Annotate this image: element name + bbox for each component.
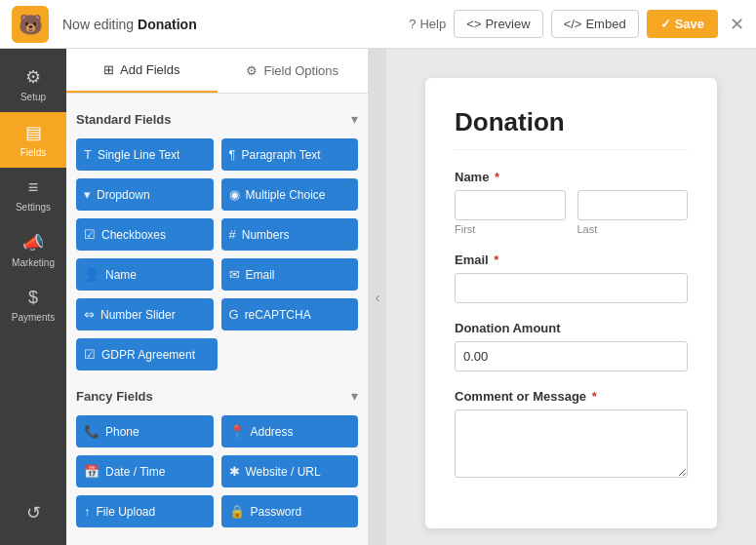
tab-field-options[interactable]: ⚙ Field Options bbox=[218, 49, 369, 93]
email-icon: ✉ bbox=[229, 267, 240, 282]
check-icon: ✓ bbox=[660, 17, 671, 31]
standard-fields-title: Standard Fields bbox=[76, 112, 172, 127]
fields-icon: ▤ bbox=[25, 122, 42, 143]
form-field-comment: Comment or Message * bbox=[455, 389, 688, 482]
add-fields-icon: ⊞ bbox=[103, 62, 114, 77]
history-icon: ↺ bbox=[26, 502, 41, 524]
setup-icon: ⚙ bbox=[25, 66, 41, 88]
email-label: Email * bbox=[455, 253, 688, 267]
field-btn-password[interactable]: 🔒 Password bbox=[221, 495, 359, 527]
panel-tabs: ⊞ Add Fields ⚙ Field Options bbox=[66, 49, 368, 94]
single-line-icon: T bbox=[84, 147, 92, 162]
fancy-fields-section-header: Fancy Fields ▾ bbox=[76, 388, 358, 404]
top-bar-actions: ? Help <> Preview </> Embed ✓ Save ✕ bbox=[409, 10, 744, 38]
settings-icon: ≡ bbox=[28, 177, 39, 198]
embed-button[interactable]: </> Embed bbox=[551, 10, 639, 38]
sidebar-item-setup[interactable]: ⚙ Setup bbox=[0, 57, 66, 112]
logo-icon: 🐻 bbox=[12, 6, 49, 43]
name-last-sub: Last bbox=[577, 190, 689, 235]
standard-fields-toggle[interactable]: ▾ bbox=[351, 111, 358, 127]
field-btn-multiple-choice[interactable]: ◉ Multiple Choice bbox=[221, 178, 359, 211]
datetime-icon: 📅 bbox=[84, 464, 99, 479]
standard-fields-section-header: Standard Fields ▾ bbox=[76, 111, 358, 127]
main-layout: ⚙ Setup ▤ Fields ≡ Settings 📣 Marketing … bbox=[0, 49, 756, 545]
comment-required: * bbox=[588, 389, 597, 404]
field-btn-website-url[interactable]: ✱ Website / URL bbox=[221, 455, 359, 487]
name-label: Name * bbox=[455, 170, 688, 184]
field-btn-dropdown[interactable]: ▾ Dropdown bbox=[76, 178, 214, 211]
field-btn-numbers[interactable]: # Numbers bbox=[221, 218, 359, 251]
form-preview: Donation Name * First Last bbox=[386, 49, 756, 545]
name-first-input[interactable] bbox=[455, 190, 566, 220]
email-input[interactable] bbox=[455, 273, 688, 303]
field-btn-name[interactable]: 👤 Name bbox=[76, 258, 214, 291]
field-btn-date-time[interactable]: 📅 Date / Time bbox=[76, 455, 214, 487]
name-row: First Last bbox=[455, 190, 688, 235]
comment-label: Comment or Message * bbox=[455, 389, 688, 404]
website-icon: ✱ bbox=[229, 464, 240, 479]
upload-icon: ↑ bbox=[84, 504, 91, 519]
fields-scroll: Standard Fields ▾ T Single Line Text ¶ P… bbox=[66, 94, 368, 545]
comment-textarea[interactable] bbox=[455, 409, 688, 478]
fields-panel: ⊞ Add Fields ⚙ Field Options Standard Fi… bbox=[66, 49, 369, 545]
address-icon: 📍 bbox=[229, 424, 245, 439]
payments-icon: $ bbox=[28, 288, 38, 308]
last-label: Last bbox=[577, 223, 689, 235]
paragraph-icon: ¶ bbox=[229, 147, 236, 162]
field-options-icon: ⚙ bbox=[246, 63, 258, 78]
sidebar-item-fields[interactable]: ▤ Fields bbox=[0, 112, 66, 168]
donation-label: Donation Amount bbox=[455, 321, 688, 335]
form-field-donation-amount: Donation Amount bbox=[455, 321, 688, 371]
sidebar-item-settings[interactable]: ≡ Settings bbox=[0, 168, 66, 222]
field-btn-number-slider[interactable]: ⇔ Number Slider bbox=[76, 298, 214, 331]
field-btn-paragraph-text[interactable]: ¶ Paragraph Text bbox=[221, 138, 359, 171]
standard-fields-grid: T Single Line Text ¶ Paragraph Text ▾ Dr… bbox=[76, 138, 358, 370]
name-first-sub: First bbox=[455, 190, 566, 235]
form-field-name: Name * First Last bbox=[455, 170, 688, 235]
field-btn-checkboxes[interactable]: ☑ Checkboxes bbox=[76, 218, 214, 251]
dropdown-icon: ▾ bbox=[84, 187, 91, 202]
name-last-input[interactable] bbox=[577, 190, 689, 220]
field-btn-recaptcha[interactable]: G reCAPTCHA bbox=[221, 298, 359, 331]
field-btn-single-line-text[interactable]: T Single Line Text bbox=[76, 138, 214, 171]
panel-collapse-button[interactable]: ‹ bbox=[369, 49, 386, 545]
marketing-icon: 📣 bbox=[22, 232, 44, 253]
save-button[interactable]: ✓ Save bbox=[647, 10, 718, 38]
field-btn-email[interactable]: ✉ Email bbox=[221, 258, 359, 291]
numbers-icon: # bbox=[229, 227, 236, 242]
form-card: Donation Name * First Last bbox=[425, 78, 717, 528]
multiple-choice-icon: ◉ bbox=[229, 187, 240, 202]
field-btn-file-upload[interactable]: ↑ File Upload bbox=[76, 495, 214, 527]
help-button[interactable]: ? Help bbox=[409, 17, 446, 31]
sidebar-item-payments[interactable]: $ Payments bbox=[0, 278, 66, 332]
embed-icon: </> bbox=[564, 17, 582, 31]
top-bar: 🐻 Now editing Donation ? Help <> Preview… bbox=[0, 0, 756, 49]
phone-icon: 📞 bbox=[84, 424, 99, 439]
field-btn-phone[interactable]: 📞 Phone bbox=[76, 415, 214, 448]
sidebar: ⚙ Setup ▤ Fields ≡ Settings 📣 Marketing … bbox=[0, 49, 66, 545]
form-title: Donation bbox=[455, 107, 688, 150]
name-required: * bbox=[491, 170, 499, 184]
fancy-fields-grid: 📞 Phone 📍 Address 📅 Date / Time ✱ Websit… bbox=[76, 415, 358, 527]
preview-button[interactable]: <> Preview bbox=[454, 10, 542, 38]
form-name-label: Donation bbox=[138, 17, 197, 32]
checkboxes-icon: ☑ bbox=[84, 227, 96, 242]
field-btn-gdpr[interactable]: ☑ GDPR Agreement bbox=[76, 338, 218, 370]
recaptcha-icon: G bbox=[229, 307, 239, 322]
first-label: First bbox=[455, 223, 566, 235]
tab-add-fields[interactable]: ⊞ Add Fields bbox=[66, 49, 218, 93]
editing-label: Now editing Donation bbox=[62, 17, 197, 32]
help-icon: ? bbox=[409, 17, 416, 31]
slider-icon: ⇔ bbox=[84, 307, 95, 322]
sidebar-item-marketing[interactable]: 📣 Marketing bbox=[0, 222, 66, 278]
fancy-fields-title: Fancy Fields bbox=[76, 389, 153, 404]
close-button[interactable]: ✕ bbox=[730, 14, 744, 35]
field-btn-address[interactable]: 📍 Address bbox=[221, 415, 359, 448]
email-required: * bbox=[491, 253, 499, 267]
fancy-fields-toggle[interactable]: ▾ bbox=[351, 388, 358, 404]
sidebar-item-history[interactable]: ↺ bbox=[26, 492, 41, 533]
name-icon: 👤 bbox=[84, 267, 99, 282]
password-icon: 🔒 bbox=[229, 504, 245, 519]
gdpr-icon: ☑ bbox=[84, 347, 96, 362]
donation-input[interactable] bbox=[455, 341, 688, 371]
